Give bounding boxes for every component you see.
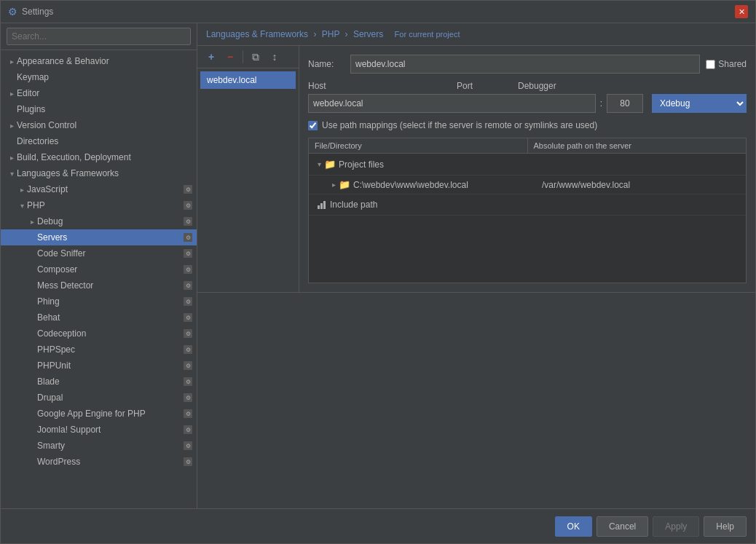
server-item-webdev[interactable]: webdev.local <box>200 71 296 89</box>
expand-arrow: ▾ <box>318 160 321 168</box>
server-list-panel: + − ⧉ ↕ webdev.local <box>197 46 299 292</box>
sidebar-item-build[interactable]: ▸Build, Execution, Deployment <box>1 149 197 165</box>
name-input[interactable] <box>350 55 700 74</box>
sidebar-item-servers[interactable]: Servers⚙ <box>1 229 197 245</box>
sidebar-item-label: WordPress <box>37 457 80 467</box>
project-files-absolute <box>527 162 746 167</box>
sidebar-item-label: PHPUnit <box>37 360 71 371</box>
sidebar-item-version-control[interactable]: ▸Version Control <box>1 117 197 133</box>
apply-button[interactable]: Apply <box>653 516 699 537</box>
port-input[interactable] <box>607 94 643 113</box>
sidebar-item-wordpress[interactable]: WordPress⚙ <box>1 454 197 470</box>
sidebar-item-label: JavaScript <box>27 184 68 194</box>
mappings-table: File/Directory Absolute path on the serv… <box>308 138 747 283</box>
file-icon: 📁 <box>339 179 350 190</box>
sidebar-item-label: Languages & Frameworks <box>17 168 119 178</box>
shared-label: Shared <box>718 59 747 69</box>
sidebar-item-editor[interactable]: ▸Editor <box>1 85 197 101</box>
sidebar-item-label: Editor <box>17 88 39 98</box>
shared-checkbox[interactable] <box>706 60 715 69</box>
include-path-absolute <box>529 202 746 207</box>
sidebar-item-debug[interactable]: ▸Debug⚙ <box>1 213 197 229</box>
col-absolute-path: Absolute path on the server <box>528 138 747 153</box>
project-files-cell: ▾ 📁 Project files <box>309 157 527 172</box>
sidebar-settings-icon: ⚙ <box>184 217 192 226</box>
sidebar-item-codeception[interactable]: Codeception⚙ <box>1 326 197 342</box>
server-list: webdev.local <box>197 68 299 92</box>
table-row[interactable]: ▸ 📁 C:\webdev\www\webdev.local /var/www/… <box>309 176 746 194</box>
path-mappings-checkbox[interactable] <box>308 121 318 130</box>
sidebar-settings-icon: ⚙ <box>184 233 192 242</box>
sidebar-item-phpunit[interactable]: PHPUnit⚙ <box>1 358 197 374</box>
sidebar-settings-icon: ⚙ <box>184 425 192 434</box>
sidebar-item-php[interactable]: ▾PHP⚙ <box>1 197 197 213</box>
sidebar-settings-icon: ⚙ <box>184 393 192 402</box>
server-toolbar: + − ⧉ ↕ <box>197 46 299 68</box>
help-button[interactable]: Help <box>704 516 747 537</box>
debugger-select[interactable]: XdebugZend Debugger <box>652 94 747 113</box>
colon-separator: : <box>600 98 602 109</box>
sidebar-item-phpspec[interactable]: PHPSpec⚙ <box>1 342 197 358</box>
name-row: Name: Shared <box>308 55 747 74</box>
sidebar-settings-icon: ⚙ <box>184 361 192 370</box>
sidebar-item-javascript[interactable]: ▸JavaScript⚙ <box>1 181 197 197</box>
child-arrow: ▸ <box>332 181 336 189</box>
path-mappings-checkbox-row: Use path mappings (select if the server … <box>308 120 747 130</box>
title-controls: ✕ <box>728 1 755 23</box>
host-input[interactable] <box>308 94 596 113</box>
close-button[interactable]: ✕ <box>735 5 748 18</box>
sidebar-item-languages[interactable]: ▾Languages & Frameworks <box>1 165 197 181</box>
path-mappings-label: Use path mappings (select if the server … <box>322 120 597 130</box>
sidebar-item-label: Phing <box>37 296 60 307</box>
toolbar-separator <box>243 50 243 63</box>
copy-server-button[interactable]: ⧉ <box>248 49 264 65</box>
sidebar-item-code-sniffer[interactable]: Code Sniffer⚙ <box>1 245 197 261</box>
sidebar-item-phing[interactable]: Phing⚙ <box>1 293 197 310</box>
sidebar-settings-icon: ⚙ <box>184 457 192 466</box>
tree-arrow: ▸ <box>7 122 17 130</box>
table-row[interactable]: ▾ 📁 Project files <box>309 154 746 176</box>
sidebar-item-composer[interactable]: Composer⚙ <box>1 261 197 277</box>
search-input[interactable] <box>7 28 191 45</box>
sidebar-settings-icon: ⚙ <box>184 377 192 386</box>
project-files-label: Project files <box>339 159 384 170</box>
remove-server-button[interactable]: − <box>222 49 238 65</box>
sidebar-item-drupal[interactable]: Drupal⚙ <box>1 390 197 406</box>
tree-arrow: ▾ <box>17 202 27 210</box>
sidebar-item-label: Drupal <box>37 393 63 403</box>
sidebar-item-blade[interactable]: Blade⚙ <box>1 374 197 390</box>
sidebar-item-smarty[interactable]: Smarty⚙ <box>1 438 197 454</box>
table-row[interactable]: Include path <box>309 194 746 216</box>
ok-button[interactable]: OK <box>555 516 592 537</box>
sidebar-settings-icon: ⚙ <box>184 409 192 418</box>
name-label: Name: <box>308 59 344 69</box>
bar-chart-icon <box>318 200 326 209</box>
tree-arrow: ▾ <box>7 170 17 178</box>
move-server-button[interactable]: ↕ <box>267 49 283 65</box>
cancel-button[interactable]: Cancel <box>596 516 648 537</box>
sidebar-item-label: Google App Engine for PHP <box>37 409 146 419</box>
tree-arrow: ▸ <box>7 58 17 66</box>
sidebar-item-appearance[interactable]: ▸Appearance & Behavior <box>1 53 197 69</box>
tree-arrow: ▸ <box>7 154 17 162</box>
host-label: Host <box>308 81 439 91</box>
sidebar-item-label: Composer <box>37 264 77 275</box>
sidebar-item-google-app-engine[interactable]: Google App Engine for PHP⚙ <box>1 406 197 422</box>
sidebar-item-directories[interactable]: Directories <box>1 133 197 149</box>
sidebar-item-plugins[interactable]: Plugins <box>1 101 197 117</box>
sidebar-item-behat[interactable]: Behat⚙ <box>1 310 197 326</box>
child-absolute: /var/www/webdev.local <box>536 178 746 192</box>
sidebar-item-label: Codeception <box>37 328 86 339</box>
debugger-label: Debugger <box>518 81 556 91</box>
sidebar-item-label: Keymap <box>17 72 49 82</box>
for-project-label: For current project <box>395 30 460 39</box>
child-file-label: C:\webdev\www\webdev.local <box>353 180 468 190</box>
sidebar-settings-icon: ⚙ <box>184 185 192 194</box>
connection-section: Host Port Debugger : XdebugZend Debugger <box>308 81 747 113</box>
sidebar-item-keymap[interactable]: Keymap <box>1 69 197 85</box>
sidebar-item-label: Behat <box>37 312 60 323</box>
sidebar-item-joomla[interactable]: Joomla! Support⚙ <box>1 422 197 438</box>
sidebar-item-mess-detector[interactable]: Mess Detector⚙ <box>1 277 197 293</box>
add-server-button[interactable]: + <box>203 49 219 65</box>
sidebar-item-label: Plugins <box>17 104 45 114</box>
